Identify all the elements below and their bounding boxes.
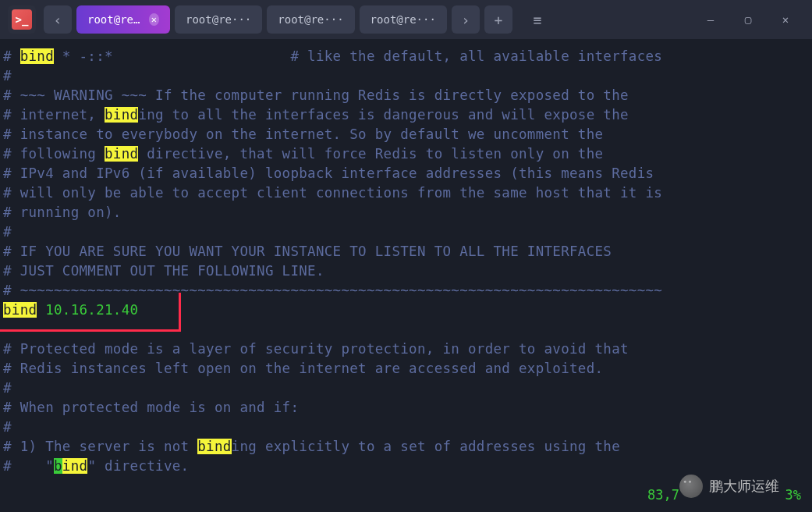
terminal-line: # [3,222,809,242]
app-icon[interactable]: >_ [8,5,36,34]
tab-label: root@re··· [371,13,436,26]
terminal-line: # internet, binding to all the interface… [3,105,809,125]
nav-forward-button[interactable]: › [452,5,480,34]
menu-button[interactable]: ≡ [523,5,551,34]
terminal-line: # ~~~ WARNING ~~~ If the computer runnin… [3,86,809,105]
terminal-line: # following bind directive, that will fo… [3,144,809,164]
scroll-percent: 3% [785,487,801,503]
new-tab-button[interactable]: + [484,5,512,34]
minimize-button[interactable]: — [692,5,729,34]
tab-1[interactable]: root@re··· [175,5,262,34]
terminal-icon: >_ [12,9,32,30]
nav-back-button[interactable]: ‹ [44,5,72,34]
terminal-line: # Redis instances left open on the inter… [3,359,809,379]
tab-label: root@re··· [186,13,251,26]
watermark-text: 鹏大师运维 [709,477,779,496]
window-controls: — ▢ ✕ [692,5,804,34]
terminal-line: # will only be able to accept client con… [3,183,809,203]
terminal-line: # 1) The server is not binding explicitl… [3,437,809,457]
tab-label: root@re··· [278,13,343,26]
wechat-icon [679,475,703,498]
terminal-line: # JUST COMMENT OUT THE FOLLOWING LINE. [3,261,809,281]
terminal-line [3,320,809,340]
tab-2[interactable]: root@re··· [267,5,354,34]
tab-3[interactable]: root@re··· [360,5,447,34]
maximize-button[interactable]: ▢ [729,5,767,34]
terminal-line: # instance to everybody on the internet.… [3,125,809,144]
tab-label: root@re··· [87,13,143,26]
terminal-line: # "bind" directive. [3,457,809,476]
terminal-line: # ~~~~~~~~~~~~~~~~~~~~~~~~~~~~~~~~~~~~~~… [3,281,809,300]
terminal-line: bind 10.16.21.40 [3,300,809,320]
terminal-line: # [3,379,809,398]
terminal-line: # IF YOU ARE SURE YOU WANT YOUR INSTANCE… [3,242,809,261]
titlebar: >_ ‹ root@re···✕root@re···root@re···root… [0,0,812,39]
terminal-line: # IPv4 and IPv6 (if available) loopback … [3,164,809,183]
terminal-line: # When protected mode is on and if: [3,398,809,418]
terminal-line: # running on). [3,203,809,222]
cursor-position: 83,7 [647,487,679,503]
terminal-line: # [3,66,809,86]
tabs-container: root@re···✕root@re···root@re···root@re··… [76,5,447,34]
close-button[interactable]: ✕ [767,5,804,34]
terminal-line: # Protected mode is a layer of security … [3,340,809,359]
terminal-content[interactable]: # bind * -::* # like the default, all av… [0,39,812,484]
tab-0[interactable]: root@re···✕ [76,5,170,34]
close-icon[interactable]: ✕ [149,13,159,26]
terminal-line: # [3,418,809,437]
watermark: 鹏大师运维 [679,475,779,498]
terminal-line: # bind * -::* # like the default, all av… [3,47,809,66]
